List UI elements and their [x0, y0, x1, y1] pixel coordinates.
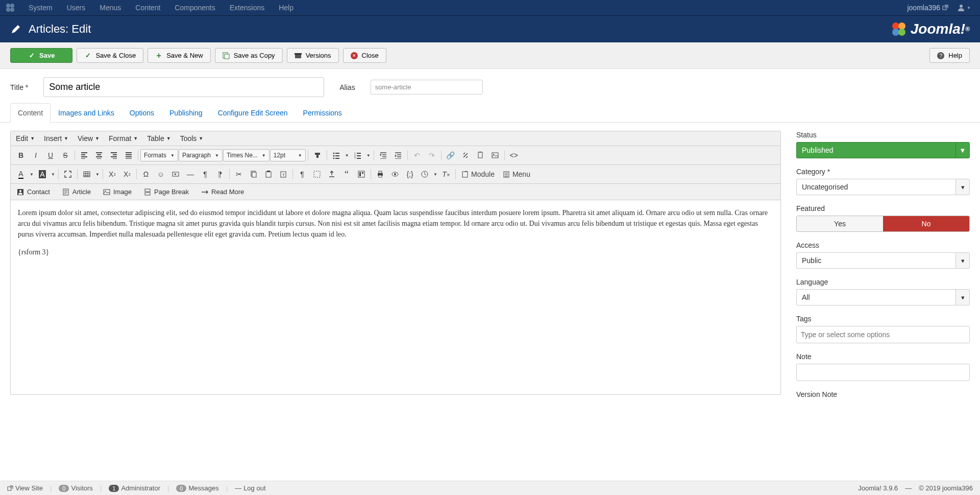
align-center-icon[interactable] — [92, 148, 106, 162]
ltr-icon[interactable]: ¶ — [198, 167, 212, 181]
fontsize-select[interactable]: 12pt▼ — [270, 149, 306, 161]
image-icon[interactable] — [488, 148, 502, 162]
hr-icon[interactable]: — — [183, 167, 198, 181]
text-color-icon[interactable]: A — [14, 167, 28, 181]
note-input[interactable] — [796, 364, 970, 381]
paste-text-icon[interactable]: T — [276, 167, 290, 181]
tags-input[interactable] — [796, 326, 970, 343]
preview-icon[interactable] — [388, 167, 402, 181]
link-icon[interactable]: 🔗 — [444, 148, 458, 162]
editor-menu-tools[interactable]: Tools▼ — [180, 134, 204, 143]
editor-menu-insert[interactable]: Insert▼ — [44, 134, 68, 143]
insert-readmore-button[interactable]: Read More — [198, 186, 247, 198]
language-select[interactable]: All ▾ — [796, 289, 970, 305]
clear-format-icon[interactable] — [310, 148, 325, 162]
print-icon[interactable] — [373, 167, 387, 181]
featured-toggle[interactable]: Yes No — [796, 216, 970, 232]
number-list-dropdown-icon[interactable]: ▼ — [365, 148, 372, 162]
undo-icon[interactable]: ↶ — [410, 148, 424, 162]
media-icon[interactable] — [168, 167, 183, 181]
emoticon-icon[interactable]: ☺ — [154, 167, 168, 181]
help-button[interactable]: ? Help — [929, 48, 970, 63]
bold-icon[interactable]: B — [14, 148, 28, 162]
close-button[interactable]: ✕ Close — [343, 48, 386, 63]
editor-menu-edit[interactable]: Edit▼ — [16, 134, 35, 143]
nav-users[interactable]: Users — [60, 1, 93, 15]
show-blocks-icon[interactable] — [310, 167, 324, 181]
align-justify-icon[interactable] — [121, 148, 136, 162]
number-list-icon[interactable]: 123 — [351, 148, 365, 162]
save-new-button[interactable]: + Save & New — [148, 48, 211, 63]
italic-icon[interactable]: I — [29, 148, 43, 162]
tab-content[interactable]: Content — [10, 103, 51, 123]
anchor-icon[interactable] — [473, 148, 487, 162]
underline-icon[interactable]: U — [43, 148, 58, 162]
bullet-list-icon[interactable] — [329, 148, 344, 162]
datetime-dropdown-icon[interactable]: ▼ — [432, 167, 438, 181]
text-color-dropdown-icon[interactable]: ▼ — [29, 167, 35, 181]
tab-permissions[interactable]: Permissions — [296, 103, 350, 122]
category-select[interactable]: Uncategorised ▾ — [796, 179, 970, 195]
show-invisible-icon[interactable]: ¶ — [295, 167, 309, 181]
subscript-icon[interactable]: X2 — [105, 167, 119, 181]
insert-article-button[interactable]: Article — [59, 186, 94, 198]
redo-icon[interactable]: ↷ — [425, 148, 439, 162]
bullet-list-dropdown-icon[interactable]: ▼ — [344, 148, 350, 162]
editor-menu-format[interactable]: Format▼ — [109, 134, 138, 143]
nav-user-menu[interactable]: ▼ — [953, 4, 975, 11]
bg-color-dropdown-icon[interactable]: ▼ — [50, 167, 56, 181]
nav-menus[interactable]: Menus — [92, 1, 128, 15]
outdent-icon[interactable] — [376, 148, 390, 162]
bg-color-icon[interactable]: A — [35, 167, 50, 181]
paste-icon[interactable] — [261, 167, 276, 181]
insert-contact-button[interactable]: Contact — [14, 186, 53, 198]
featured-yes[interactable]: Yes — [797, 216, 883, 231]
menu-button[interactable]: Menu — [499, 167, 534, 181]
table-dropdown-icon[interactable]: ▼ — [94, 167, 101, 181]
save-copy-button[interactable]: Save as Copy — [215, 48, 283, 63]
editor-menu-view[interactable]: View▼ — [78, 134, 100, 143]
joomla-icon[interactable] — [5, 3, 15, 13]
remove-format-icon[interactable]: T× — [439, 167, 453, 181]
rtl-icon[interactable]: ¶ — [213, 167, 227, 181]
tab-publishing[interactable]: Publishing — [162, 103, 210, 122]
source-code-icon[interactable]: <> — [507, 148, 521, 162]
nav-extensions[interactable]: Extensions — [223, 1, 272, 15]
indent-icon[interactable] — [391, 148, 405, 162]
unlink-icon[interactable] — [458, 148, 473, 162]
nav-components[interactable]: Components — [167, 1, 222, 15]
module-button[interactable]: Module — [458, 167, 499, 181]
align-right-icon[interactable] — [107, 148, 121, 162]
editor-menu-table[interactable]: Table▼ — [147, 134, 170, 143]
strikethrough-icon[interactable]: S — [58, 148, 72, 162]
status-select[interactable]: Published ▼ — [796, 142, 970, 158]
access-select[interactable]: Public ▾ — [796, 252, 970, 269]
editor-content[interactable]: Lorem ipsum dolor sit amet, consectetur … — [11, 200, 780, 394]
font-select[interactable]: Times Ne...▼ — [223, 149, 270, 161]
save-button[interactable]: ✓ Save — [10, 48, 72, 63]
versions-button[interactable]: Versions — [287, 48, 339, 63]
featured-no[interactable]: No — [883, 216, 969, 231]
template-icon[interactable] — [354, 167, 369, 181]
code-sample-icon[interactable]: {;} — [403, 167, 417, 181]
nav-site-link[interactable]: joomla396 — [907, 4, 953, 12]
fullscreen-icon[interactable] — [61, 167, 75, 181]
superscript-icon[interactable]: X2 — [120, 167, 134, 181]
nav-help[interactable]: Help — [272, 1, 301, 15]
align-left-icon[interactable] — [77, 148, 91, 162]
blockquote-icon[interactable]: “ — [339, 167, 354, 181]
title-input[interactable] — [43, 77, 324, 97]
formats-select[interactable]: Formats▼ — [140, 149, 178, 161]
datetime-icon[interactable] — [418, 167, 432, 181]
insert-image-button[interactable]: Image — [100, 186, 135, 198]
insert-pagebreak-button[interactable]: Page Break — [141, 186, 192, 198]
paragraph-select[interactable]: Paragraph▼ — [179, 149, 223, 161]
save-close-button[interactable]: ✓ Save & Close — [77, 48, 143, 63]
tab-options[interactable]: Options — [122, 103, 162, 122]
copy-clip-icon[interactable] — [247, 167, 261, 181]
upload-icon[interactable] — [325, 167, 339, 181]
alias-input[interactable] — [371, 80, 483, 95]
tab-configure-edit[interactable]: Configure Edit Screen — [210, 103, 296, 122]
nav-system[interactable]: System — [21, 1, 60, 15]
special-char-icon[interactable]: Ω — [139, 167, 153, 181]
